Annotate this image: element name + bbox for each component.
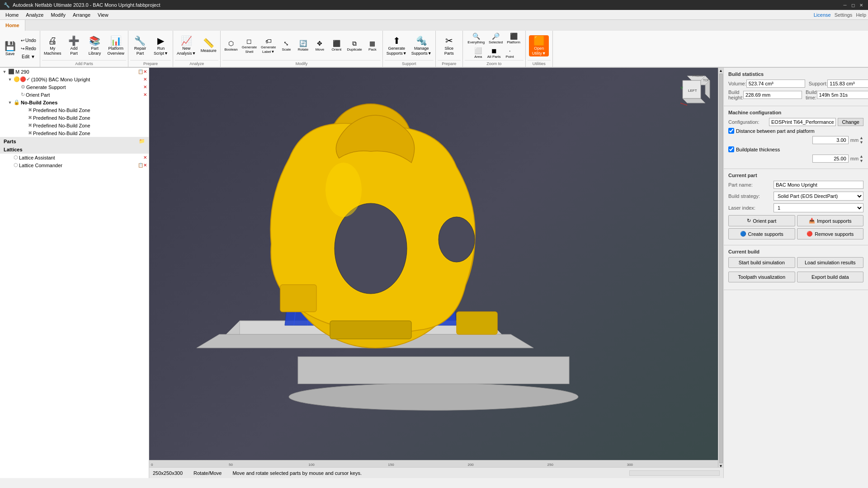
tree-gen-support-delete[interactable]: ✕ — [143, 84, 147, 89]
tree-part-delete[interactable]: ✕ — [143, 77, 147, 82]
duplicate-icon: ⧉ — [352, 40, 357, 47]
tree-generate-support[interactable]: ⚙ Generate Support ✕ — [0, 83, 149, 91]
zoom-selected-button[interactable]: 🔎 Selected — [487, 32, 505, 46]
tree-lattice-c-delete[interactable]: ✕ — [143, 163, 147, 168]
parts-section-label: Parts — [4, 139, 16, 144]
build-strategy-select[interactable]: Solid Part (EOS DirectPart) — [774, 192, 863, 201]
progress-bar — [629, 470, 720, 476]
svg-point-0 — [289, 383, 578, 410]
vscroll-track[interactable] — [719, 74, 723, 463]
edit-button[interactable]: Edit ▼ — [19, 53, 38, 61]
vscroll-up[interactable]: ▲ — [719, 69, 723, 73]
tree-zone-4[interactable]: ✖ Predefined No-Build Zone — [0, 129, 149, 137]
part-library-button[interactable]: 📚 PartLibrary — [85, 35, 104, 57]
minimize-button[interactable]: ─ — [842, 2, 848, 8]
tree-lattice-assistant[interactable]: ⬡ Lattice Assistant ✕ — [0, 154, 149, 161]
tree-zone1-label: Predefined No-Build Zone — [33, 108, 147, 113]
restore-button[interactable]: ◻ — [850, 2, 856, 8]
import-supports-button[interactable]: 📥 Import supports — [797, 215, 864, 226]
scale-button[interactable]: ⤡ Scale — [278, 39, 294, 53]
run-script-button[interactable]: ▶ RunScript▼ — [151, 35, 171, 57]
tree-part-bac[interactable]: ▼ 🟡🔴✔ (100%) BAC Mono Upright ✕ — [0, 75, 149, 83]
laser-index-select[interactable]: 1 — [774, 203, 863, 212]
tree-lattice-c-copy[interactable]: 📋 — [138, 163, 143, 168]
save-undo-buttons: 💾 Save ↩Undo ↪Redo Edit ▼ — [2, 32, 38, 66]
tree-orient-part[interactable]: ↻ Orient Part ✕ — [0, 91, 149, 99]
tree-orient-delete[interactable]: ✕ — [143, 92, 147, 97]
zoom-platform-button[interactable]: ⬛ Platform — [505, 32, 522, 46]
buildplate-stepper[interactable]: ▲▼ — [859, 154, 863, 163]
move-button[interactable]: ✥ Move — [311, 39, 328, 53]
start-simulation-button[interactable]: Start build simulation — [728, 257, 795, 268]
load-results-button[interactable]: Load simulation results — [797, 257, 864, 268]
tree-zone-1[interactable]: ✖ Predefined No-Build Zone — [0, 106, 149, 114]
zoom-everything-icon: 🔍 — [472, 33, 480, 39]
help-link[interactable]: Help — [856, 12, 866, 18]
platform-overview-button[interactable]: 📊 PlatformOverview — [105, 35, 126, 57]
generate-shell-button[interactable]: ◻ GenerateShell — [240, 37, 259, 55]
orient-button[interactable]: ⬛ Orient — [328, 39, 344, 53]
slice-parts-button[interactable]: ✂ SliceParts — [439, 35, 459, 57]
boolean-button[interactable]: ⬡ Boolean — [222, 39, 239, 53]
license-link[interactable]: License — [814, 12, 831, 18]
tree-zone-3[interactable]: ✖ Predefined No-Build Zone — [0, 122, 149, 129]
generate-supports-button[interactable]: ⬆ GenerateSupports▼ — [385, 35, 409, 57]
manage-supports-button[interactable]: 🔩 ManageSupports▼ — [410, 35, 434, 57]
svg-point-20 — [439, 217, 475, 262]
zoom-all-parts-button[interactable]: ◼ All Parts — [486, 47, 503, 60]
tree-no-build-zones[interactable]: ▼ 🔒 No-Build Zones — [0, 99, 149, 106]
buildplate-value-input[interactable] — [812, 155, 849, 163]
manage-supports-icon: 🔩 — [416, 36, 427, 45]
part-name-input[interactable] — [774, 181, 863, 189]
add-part-button[interactable]: ➕ AddPart — [64, 35, 84, 57]
navigation-cube[interactable]: LEFT TOP FRONT Y — [678, 71, 714, 108]
zoom-area-button[interactable]: ⬜ Area — [472, 47, 485, 60]
distance-stepper[interactable]: ▲▼ — [859, 136, 863, 145]
add-parts-buttons: 🖨 MyMachines ➕ AddPart 📚 PartLibrary 📊 P… — [42, 32, 126, 60]
close-button[interactable]: ✕ — [858, 2, 864, 8]
my-machines-label: MyMachines — [44, 46, 61, 56]
create-supports-button[interactable]: 🔵 Create supports — [728, 228, 795, 239]
measure-button[interactable]: 📏 Measure — [198, 38, 218, 54]
tree-lattice-commander[interactable]: ⬡ Lattice Commander 📋 ✕ — [0, 161, 149, 169]
orient-part-button[interactable]: ↻ Orient part — [728, 215, 795, 226]
generate-label-button[interactable]: 🏷 GenerateLabel▼ — [259, 37, 278, 55]
export-build-label: Export build data — [811, 274, 849, 280]
change-config-button[interactable]: Change — [838, 118, 863, 126]
open-utility-button[interactable]: 🟧 OpenUtility▼ — [529, 35, 549, 57]
tab-home[interactable]: Home — [0, 20, 25, 31]
zoom-point-button[interactable]: · Point — [503, 47, 517, 60]
tree-root-action-close[interactable]: ✕ — [143, 69, 147, 74]
menu-arrange[interactable]: Arrange — [69, 11, 94, 19]
zoom-everything-button[interactable]: 🔍 Everything — [466, 32, 486, 46]
volume-input — [746, 80, 805, 88]
tree-root-action-copy[interactable]: 📋 — [138, 69, 143, 74]
menu-analyze[interactable]: Analyze — [22, 11, 47, 19]
rotate-button[interactable]: 🔄 Rotate — [295, 39, 311, 53]
menu-view[interactable]: View — [94, 11, 112, 19]
save-button[interactable]: 💾 Save — [2, 41, 18, 57]
svg-marker-29 — [683, 99, 705, 103]
pack-button[interactable]: ▦ Pack — [364, 39, 381, 53]
menu-home[interactable]: Home — [2, 11, 22, 19]
settings-link[interactable]: Settings — [835, 12, 853, 18]
viewport[interactable]: LEFT TOP FRONT Y ▲ ▼ 0 50 100 150 200 25… — [149, 68, 723, 478]
tree-zone-2[interactable]: ✖ Predefined No-Build Zone — [0, 114, 149, 122]
duplicate-button[interactable]: ⧉ Duplicate — [345, 39, 363, 53]
buildplate-checkbox[interactable] — [728, 146, 734, 152]
viewport-vscrollbar[interactable]: ▲ ▼ — [718, 68, 723, 469]
new-analysis-button[interactable]: 📈 NewAnalysis▼ — [175, 35, 198, 57]
toolpath-button[interactable]: Toolpath visualization — [728, 272, 795, 282]
remove-supports-button[interactable]: 🔴 Remove supports — [797, 228, 864, 239]
tree-lattice-a-delete[interactable]: ✕ — [143, 155, 147, 160]
menu-modify[interactable]: Modify — [47, 11, 69, 19]
redo-button[interactable]: ↪Redo — [19, 45, 38, 52]
distance-checkbox[interactable] — [728, 128, 734, 134]
titlebar-controls[interactable]: ─ ◻ ✕ — [842, 2, 864, 8]
distance-value-input[interactable] — [812, 136, 849, 144]
repair-part-button[interactable]: 🔧 RepairPart — [130, 35, 150, 57]
undo-button[interactable]: ↩Undo — [19, 37, 38, 44]
export-build-button[interactable]: Export build data — [797, 272, 864, 282]
my-machines-button[interactable]: 🖨 MyMachines — [42, 35, 63, 57]
tree-root-m290[interactable]: ▼ ⬛ M 290 📋 ✕ — [0, 68, 149, 75]
